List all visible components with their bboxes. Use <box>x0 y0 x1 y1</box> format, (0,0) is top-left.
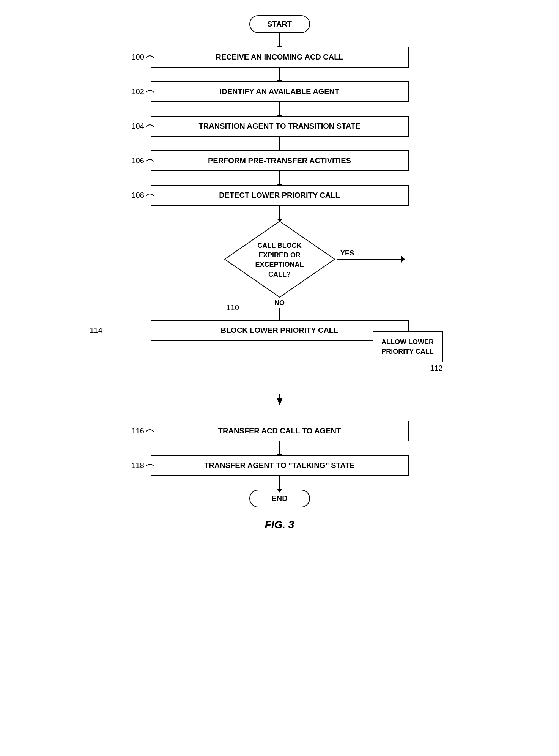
node-118: TRANSFER AGENT TO "TALKING" STATE <box>151 455 409 476</box>
start-terminal: START <box>249 15 310 33</box>
arrow-6 <box>279 206 280 219</box>
node-100: RECEIVE AN INCOMING ACD CALL <box>151 47 409 68</box>
ref-108: 108 <box>132 191 158 200</box>
node-112: ALLOW LOWER PRIORITY CALL <box>373 331 443 362</box>
ref-118: 118 <box>132 461 158 470</box>
node-104: TRANSITION AGENT TO TRANSITION STATE <box>151 116 409 137</box>
decision-text: CALL BLOCK EXPIRED OR EXCEPTIONAL CALL? <box>242 241 318 279</box>
ref-116: 116 <box>132 427 158 435</box>
node-108-row: 108 DETECT LOWER PRIORITY CALL <box>109 185 450 206</box>
arrow-2 <box>279 68 280 81</box>
ref-112: 112 <box>373 364 443 373</box>
arrow-3 <box>279 102 280 116</box>
ref-114: 114 <box>90 326 102 335</box>
yes-branch-horiz <box>337 259 337 260</box>
node-102: IDENTIFY AN AVAILABLE AGENT <box>151 81 409 102</box>
node-114: BLOCK LOWER PRIORITY CALL <box>151 320 409 341</box>
diamond-container: CALL BLOCK EXPIRED OR EXCEPTIONAL CALL? … <box>223 219 337 301</box>
node-106-row: 106 PERFORM PRE-TRANSFER ACTIVITIES <box>109 150 450 171</box>
node-108: DETECT LOWER PRIORITY CALL <box>151 185 409 206</box>
ref-104: 104 <box>132 122 158 131</box>
node-112-container: ALLOW LOWER PRIORITY CALL 112 <box>373 331 443 373</box>
node-116: TRANSFER ACD CALL TO AGENT <box>151 421 409 441</box>
node-106: PERFORM PRE-TRANSFER ACTIVITIES <box>151 150 409 171</box>
node-102-row: 102 IDENTIFY AN AVAILABLE AGENT <box>109 81 450 102</box>
node-104-row: 104 TRANSITION AGENT TO TRANSITION STATE <box>109 116 450 137</box>
arrow-4 <box>279 137 280 150</box>
flowchart: START 100 RECEIVE AN INCOMING ACD CALL 1… <box>109 15 450 531</box>
no-branch: NO <box>274 299 285 323</box>
ref-102: 102 <box>132 87 158 96</box>
arrow-8 <box>279 476 280 490</box>
node-118-row: 118 TRANSFER AGENT TO "TALKING" STATE <box>109 455 450 476</box>
node-116-row: 116 TRANSFER ACD CALL TO AGENT <box>109 421 450 441</box>
arrow-5 <box>279 171 280 185</box>
arrow-7 <box>279 441 280 455</box>
node-114-row: 114 BLOCK LOWER PRIORITY CALL <box>151 320 409 341</box>
svg-marker-3 <box>401 256 405 263</box>
decision-section: CALL BLOCK EXPIRED OR EXCEPTIONAL CALL? … <box>109 219 450 417</box>
ref-106: 106 <box>132 156 158 165</box>
ref-100: 100 <box>132 53 158 61</box>
ref-110: 110 <box>227 303 239 312</box>
arrow-1 <box>279 33 280 47</box>
svg-marker-8 <box>277 398 283 405</box>
node-100-row: 100 RECEIVE AN INCOMING ACD CALL <box>109 47 450 68</box>
svg-text:YES: YES <box>340 249 354 257</box>
no-label: NO <box>274 299 285 307</box>
figure-label: FIG. 3 <box>265 519 294 531</box>
